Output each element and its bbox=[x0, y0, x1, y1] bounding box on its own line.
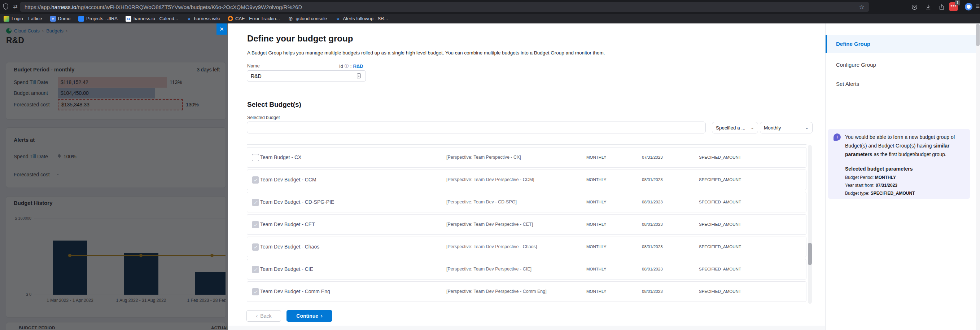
budget-period: MONTHLY bbox=[586, 192, 606, 212]
info-text-part2: as the first budget/budget group. bbox=[872, 151, 947, 157]
budget-list: ✓ Team Budget - CX [Perspective: Team Pe… bbox=[247, 144, 807, 304]
budget-type: SPECIFIED_AMOUNT bbox=[699, 282, 741, 301]
name-input[interactable] bbox=[247, 70, 366, 81]
bookmark-calendar[interactable]: 31harness.io - Calend... bbox=[126, 16, 178, 22]
bookmark-domo[interactable]: DDomo bbox=[50, 16, 71, 22]
selected-budget-input[interactable] bbox=[247, 122, 706, 133]
budget-row[interactable]: ✓ Team Dev Budget - CET [Perspective: Te… bbox=[247, 214, 807, 235]
budget-name: Team Dev Budget - CET bbox=[260, 214, 315, 235]
budget-checkbox[interactable]: ✓ bbox=[252, 288, 259, 295]
step-label: Define Group bbox=[836, 35, 870, 53]
share-icon[interactable] bbox=[937, 3, 946, 11]
budget-checkbox[interactable]: ✓ bbox=[252, 243, 259, 251]
clipboard-icon[interactable] bbox=[356, 73, 361, 80]
info-bubble-icon: i bbox=[834, 133, 841, 141]
budget-type: SPECIFIED_AMOUNT bbox=[699, 259, 741, 279]
budget-period: MONTHLY bbox=[586, 214, 606, 235]
checkmark-icon: ✓ bbox=[254, 289, 258, 295]
select-budgets-heading: Select Budget(s) bbox=[247, 101, 301, 109]
checkmark-icon: ✓ bbox=[254, 178, 258, 183]
pocket-icon[interactable] bbox=[910, 3, 919, 11]
selected-budget-label: Selected budget bbox=[247, 115, 280, 120]
step-define-group[interactable]: Define Group bbox=[826, 35, 980, 53]
budget-checkbox[interactable]: ✓ bbox=[252, 221, 259, 228]
container-icon[interactable]: ⇄ bbox=[13, 3, 18, 10]
param-label: Year start from: bbox=[845, 183, 876, 188]
url-bar[interactable]: https://app.harness.io/ng/account/wFHXHD… bbox=[20, 2, 869, 12]
step-configure-group[interactable]: Configure Group bbox=[826, 56, 980, 74]
list-scrollbar-thumb[interactable] bbox=[808, 243, 812, 265]
checkmark-icon: ✓ bbox=[254, 200, 258, 205]
download-icon[interactable] bbox=[924, 3, 932, 11]
bookmark-alerts[interactable]: »Alerts followup - SR... bbox=[335, 16, 388, 22]
budget-row[interactable]: ✓ Team Budget - CX [Perspective: Team Pe… bbox=[247, 147, 807, 168]
close-icon: ✕ bbox=[220, 26, 224, 32]
name-label: Name bbox=[247, 63, 260, 68]
bookmark-lattice[interactable]: Login – Lattice bbox=[3, 16, 42, 22]
bookmark-cae[interactable]: CAE - Error Trackin... bbox=[228, 16, 280, 21]
budget-checkbox[interactable]: ✓ bbox=[252, 176, 259, 184]
id-colon: : bbox=[350, 63, 352, 69]
budget-row[interactable]: ✓ Team Dev Budget - CD-SPG-PIE [Perspect… bbox=[247, 192, 807, 213]
budget-perspective: [Perspective: Team Perspective - CX] bbox=[446, 148, 521, 167]
budget-perspective: [Perspective: Team Dev Perspective - Com… bbox=[446, 282, 547, 301]
budget-type: SPECIFIED_AMOUNT bbox=[699, 148, 741, 167]
page-scrollbar-thumb[interactable] bbox=[976, 24, 980, 46]
continue-button[interactable]: Continue › bbox=[286, 310, 332, 322]
budget-start-date: 08/01/2023 bbox=[642, 237, 663, 257]
budget-type: SPECIFIED_AMOUNT bbox=[699, 237, 741, 257]
page-scrollbar-track[interactable] bbox=[976, 24, 980, 330]
param-value: MONTHLY bbox=[875, 175, 896, 180]
period-dropdown[interactable]: Monthly ⌄ bbox=[760, 122, 813, 133]
budget-name: Team Dev Budget - CCM bbox=[260, 170, 317, 190]
bookmark-jira[interactable]: Projects - JIRA bbox=[78, 16, 118, 22]
back-button[interactable]: ‹ Back bbox=[247, 310, 281, 322]
continue-label: Continue bbox=[296, 313, 318, 319]
bookmarks-bar: Login – Lattice DDomo Projects - JIRA 31… bbox=[0, 14, 980, 24]
bookmark-star-icon[interactable]: ☆ bbox=[859, 4, 864, 10]
budget-name: Team Dev Budget - CD-SPG-PIE bbox=[260, 192, 334, 212]
menu-icon[interactable]: ≡ bbox=[976, 2, 980, 10]
bookmark-label: gcloud console bbox=[296, 16, 327, 21]
param-year-start: Year start from: 07/31/2023 bbox=[845, 183, 897, 188]
globe-icon: ⊕ bbox=[288, 16, 294, 22]
budget-type-dropdown[interactable]: Specified a ... ⌄ bbox=[712, 122, 758, 133]
circle-extension-icon[interactable] bbox=[965, 3, 972, 11]
info-icon[interactable]: ⓘ bbox=[345, 63, 349, 69]
bookmark-gcloud[interactable]: ⊕gcloud console bbox=[288, 16, 327, 22]
budget-perspective: [Perspective: Team Dev Perspective - CET… bbox=[446, 214, 533, 235]
budget-name: Team Dev Budget - Comm Eng bbox=[260, 282, 330, 301]
info-panel-text: You would be able to form a new budget g… bbox=[845, 133, 965, 159]
close-button[interactable]: ✕ bbox=[216, 24, 227, 35]
bookmark-wiki[interactable]: »harness wiki bbox=[186, 16, 220, 22]
param-value: 07/31/2023 bbox=[876, 183, 897, 188]
budget-row[interactable]: ✓ Team Dev Budget - Comm Eng [Perspectiv… bbox=[247, 281, 807, 302]
budget-row[interactable]: ✓ Team Dev Budget - CCM [Perspective: Te… bbox=[247, 170, 807, 190]
budget-period: MONTHLY bbox=[586, 282, 606, 301]
list-scrollbar-track[interactable] bbox=[808, 145, 812, 304]
step-set-alerts[interactable]: Set Alerts bbox=[826, 75, 980, 93]
budget-checkbox[interactable]: ✓ bbox=[252, 154, 259, 161]
url-domain: harness.io bbox=[51, 4, 76, 10]
info-panel: i You would be able to form a new budget… bbox=[828, 129, 970, 199]
forward-arrow-icon: › bbox=[321, 313, 323, 319]
shield-icon[interactable] bbox=[3, 3, 9, 10]
budget-row[interactable]: ✓ Team Dev Budget - CIE [Perspective: Te… bbox=[247, 259, 807, 279]
bookmark-label: Projects - JIRA bbox=[86, 16, 118, 21]
calendar-icon: 31 bbox=[126, 16, 131, 22]
chevron-down-icon: ⌄ bbox=[751, 125, 754, 130]
screen: ⇄ https://app.harness.io/ng/account/wFHX… bbox=[0, 0, 980, 330]
budget-checkbox[interactable]: ✓ bbox=[252, 199, 259, 206]
confluence-icon: » bbox=[335, 16, 340, 22]
budget-perspective: [Perspective: Team Dev Perspective - CIE… bbox=[446, 259, 531, 279]
password-manager-badge: 1 bbox=[955, 0, 960, 5]
bookmark-label: harness.io - Calend... bbox=[134, 16, 178, 21]
budget-perspective: [Perspective: Team Dev Perspective - Cha… bbox=[446, 237, 537, 257]
budget-row[interactable]: ✓ Team Dev Budget - Chaos [Perspective: … bbox=[247, 236, 807, 257]
back-arrow-icon: ‹ bbox=[256, 313, 258, 319]
budget-type: SPECIFIED_AMOUNT bbox=[699, 192, 741, 212]
budget-start-date: 08/01/2023 bbox=[642, 214, 663, 235]
budget-start-date: 08/01/2023 bbox=[642, 170, 663, 190]
url-path: /ng/account/wFHXHD0RRQWoO8tlZT5YVw/ce/bu… bbox=[76, 4, 302, 10]
budget-checkbox[interactable]: ✓ bbox=[252, 266, 259, 273]
